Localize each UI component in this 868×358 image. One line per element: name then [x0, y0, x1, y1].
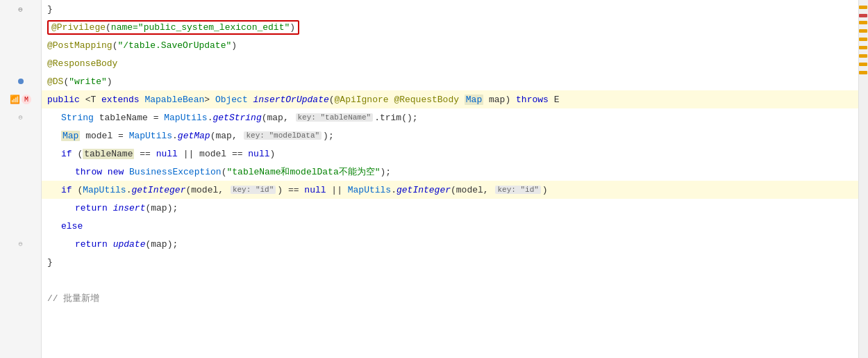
gi-paren1: (model, — [185, 185, 228, 195]
extends-keyword: extends — [101, 95, 140, 105]
or-op: || model == — [178, 149, 248, 159]
scrollbar-track — [859, 0, 868, 358]
code-line-3: @PostMapping("/table.SaveOrUpdate") — [42, 36, 858, 54]
space-if1: ( — [72, 149, 83, 159]
gutter-row-13 — [0, 217, 41, 235]
update-call: update — [113, 239, 146, 250]
gutter-row-1: ⊖ — [0, 0, 41, 18]
map-highlight2: Map — [61, 131, 80, 141]
exception-msg: "tableName和modelData不能为空" — [226, 165, 380, 178]
null-keyword1: null — [156, 149, 178, 159]
code-line-2: @Privilege(name="public_system_lexicon_e… — [42, 18, 858, 36]
scrollbar-marker-9 — [859, 71, 867, 74]
exception-close: ); — [381, 167, 392, 177]
fold-icon-14[interactable]: ⊖ — [18, 240, 22, 248]
gi-cont: ) — [542, 185, 548, 195]
gi-paren2: (model, — [451, 185, 494, 195]
tablename-highlight: tableName — [83, 149, 134, 159]
param-hint-tablename: key: "tableName" — [296, 113, 374, 122]
tablename-ref: tableName — [84, 149, 133, 159]
dot4: . — [391, 185, 397, 195]
scrollbar-marker-7 — [859, 54, 867, 58]
code-line-9: if ( tableName == null || model == null … — [42, 145, 858, 163]
insert-args: (map); — [145, 203, 178, 213]
dot1: . — [208, 113, 213, 123]
param-hint-id1: key: "id" — [231, 186, 276, 194]
scrollbar-marker-1 — [859, 6, 867, 9]
right-scrollbar[interactable] — [858, 0, 868, 358]
eq-op: == — [134, 149, 156, 159]
space5 — [459, 95, 465, 105]
fold-icon-1[interactable]: ⊖ — [18, 5, 23, 14]
gutter-row-5 — [0, 72, 41, 90]
method-paren: ( — [329, 95, 335, 105]
code-line-13: else — [42, 217, 858, 235]
scrollbar-marker-5 — [859, 38, 867, 41]
space-return1 — [108, 203, 113, 213]
ds-annotation: @DS — [47, 76, 63, 87]
gutter-row-14: ⊖ — [0, 235, 41, 253]
code-line-6: public <T extends MapableBean > Object i… — [42, 90, 858, 108]
gutter-row-11 — [0, 181, 41, 199]
code-line-8: Map model = MapUtils . getMap (map, key:… — [42, 127, 858, 145]
close2: ); — [323, 131, 334, 141]
maputils-ref4: MapUtils — [348, 185, 391, 195]
dot2: . — [172, 131, 178, 141]
t-extends: <T — [85, 95, 101, 105]
ds-close: ) — [107, 76, 112, 87]
gi-or: || — [326, 185, 348, 195]
privilege-at: @Privilege — [51, 22, 106, 33]
space-new — [124, 167, 129, 177]
gutter-row-7: ⊖ — [0, 108, 41, 127]
closing-brace-1: } — [47, 4, 53, 15]
code-line-5: @DS("write") — [42, 72, 858, 90]
closing-brace-2: } — [47, 257, 53, 268]
gutter-row-8 — [0, 127, 41, 145]
breakpoint-icon — [18, 79, 24, 84]
code-editor: ⊖ 📶 M ⊖ — [0, 0, 868, 358]
gutter-icons: ⊖ 📶 M ⊖ — [0, 0, 41, 307]
code-line-15: } — [42, 253, 858, 271]
privilege-paren-open: ( — [106, 22, 111, 33]
insert-call: insert — [113, 203, 146, 213]
throw-keyword: throw — [75, 167, 102, 177]
gutter-row-12 — [0, 199, 41, 217]
maputils-ref3: MapUtils — [83, 185, 126, 195]
paren-open1: (map, — [262, 113, 294, 123]
code-line-12: return insert (map); — [42, 199, 858, 217]
null-keyword3: null — [304, 185, 326, 195]
paren-open2: (map, — [210, 131, 243, 141]
space4 — [389, 95, 394, 105]
map-type2: Map — [62, 131, 78, 141]
gutter-row-2 — [0, 18, 41, 36]
fold-icon-7[interactable]: ⊖ — [18, 113, 22, 122]
tablename-var: tableName = — [99, 113, 165, 123]
return-keyword1: return — [75, 203, 108, 213]
map-param: map) — [483, 95, 516, 105]
code-line-16 — [42, 271, 858, 289]
object-type: Object — [215, 95, 248, 105]
maputils-ref2: MapUtils — [129, 131, 172, 141]
return-keyword2: return — [75, 239, 108, 250]
code-line-1: } — [42, 0, 858, 18]
else-keyword: else — [61, 221, 83, 231]
code-line-4: @ResponseBody — [42, 54, 858, 72]
close-if1: ) — [270, 149, 276, 159]
post-mapping-paren: ( — [112, 40, 118, 51]
code-lines: } @Privilege(name="public_system_lexicon… — [42, 0, 858, 307]
exception-paren: ( — [222, 167, 227, 177]
ds-paren: ( — [63, 76, 69, 87]
e-suffix: E — [549, 95, 560, 105]
post-mapping-annotation: @PostMapping — [47, 40, 112, 51]
get-integer-method1: getInteger — [131, 185, 185, 195]
map-highlight: Map — [465, 95, 483, 105]
gutter-row-10 — [0, 163, 41, 181]
gutter-row-15 — [0, 253, 41, 271]
map-type-inline: Map — [466, 95, 482, 105]
response-body-annotation: @ResponseBody — [47, 58, 117, 69]
gutter-row-6: 📶 M — [0, 90, 41, 108]
request-body: @RequestBody — [394, 95, 459, 105]
scrollbar-marker-2 — [859, 14, 867, 17]
gutter-row-9 — [0, 145, 41, 163]
maputils-ref1: MapUtils — [164, 113, 207, 123]
